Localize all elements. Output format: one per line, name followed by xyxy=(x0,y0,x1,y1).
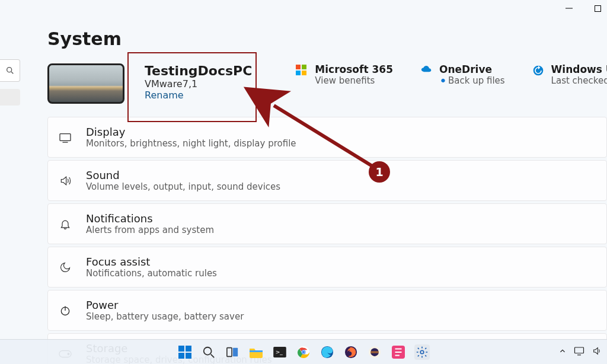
svg-rect-19 xyxy=(227,347,232,356)
setting-title: Power xyxy=(86,299,244,311)
svg-rect-33 xyxy=(370,352,379,353)
shortcut-title: Microsoft 365 xyxy=(315,63,393,75)
minimize-button[interactable] xyxy=(562,1,576,15)
sidebar-chip xyxy=(0,89,20,106)
svg-point-17 xyxy=(204,347,212,355)
svg-line-18 xyxy=(211,354,215,357)
device-preview-image xyxy=(47,63,124,104)
shortcut-title: Windows Update xyxy=(551,63,607,75)
setting-sub: Alerts from apps and system xyxy=(86,225,214,235)
app-button-pink[interactable] xyxy=(391,344,406,360)
taskbar-search-button[interactable] xyxy=(201,344,216,360)
svg-rect-13 xyxy=(178,346,184,352)
terminal-button[interactable]: >_ xyxy=(272,344,287,360)
sound-icon xyxy=(59,175,72,187)
device-model: VMware7,1 xyxy=(145,78,252,90)
shortcut-sub: Last checked: 1 hour ago xyxy=(551,75,607,86)
setting-power[interactable]: PowerSleep, battery usage, battery saver xyxy=(47,290,607,331)
onedrive-icon xyxy=(420,65,432,76)
setting-focus-assist[interactable]: Focus assistNotifications, automatic rul… xyxy=(47,247,607,288)
setting-sub: Volume levels, output, input, sound devi… xyxy=(86,181,280,192)
volume-tray-icon[interactable] xyxy=(592,346,602,358)
svg-point-2 xyxy=(7,68,11,72)
setting-notifications[interactable]: NotificationsAlerts from apps and system xyxy=(47,203,607,244)
svg-point-27 xyxy=(302,350,305,353)
task-view-button[interactable] xyxy=(225,344,240,360)
setting-title: Focus assist xyxy=(86,256,217,268)
taskbar-center: >_ xyxy=(177,344,430,360)
file-explorer-button[interactable] xyxy=(248,344,264,360)
svg-rect-16 xyxy=(186,353,191,359)
firefox-button[interactable] xyxy=(343,344,359,360)
setting-sub: Sleep, battery usage, battery saver xyxy=(86,311,244,322)
shortcut-windows-update[interactable]: Windows Update Last checked: 1 hour ago xyxy=(532,63,607,86)
svg-point-35 xyxy=(420,350,424,354)
taskbar: >_ xyxy=(0,339,607,364)
svg-rect-1 xyxy=(595,5,600,11)
device-info: TestingDocsPC VMware7,1 Rename xyxy=(145,63,252,101)
svg-text:>_: >_ xyxy=(276,349,283,355)
setting-title: Display xyxy=(86,126,296,138)
svg-rect-5 xyxy=(60,133,71,141)
shortcut-onedrive[interactable]: OneDrive •Back up files xyxy=(420,63,505,86)
svg-rect-36 xyxy=(575,347,584,353)
display-tray-icon[interactable] xyxy=(574,346,584,358)
start-button[interactable] xyxy=(177,344,193,360)
setting-display[interactable]: DisplayMonitors, brightness, night light… xyxy=(47,117,607,158)
moon-icon xyxy=(59,261,72,273)
shortcut-title: OneDrive xyxy=(439,63,505,75)
setting-title: Sound xyxy=(86,169,280,181)
system-tray[interactable] xyxy=(558,346,602,358)
chrome-button[interactable] xyxy=(296,344,311,360)
microsoft-logo-icon xyxy=(296,65,308,76)
setting-sub: Notifications, automatic rules xyxy=(86,268,217,279)
maximize-button[interactable] xyxy=(590,1,605,15)
device-name: TestingDocsPC xyxy=(145,63,252,78)
setting-title: Notifications xyxy=(86,212,214,225)
header-shortcuts: Microsoft 365 View benefits OneDrive •Ba… xyxy=(296,63,607,86)
page-content: System TestingDocsPC VMware7,1 Rename Mi… xyxy=(47,28,607,339)
power-icon xyxy=(59,305,72,317)
shortcut-sub: •Back up files xyxy=(439,75,505,86)
svg-rect-15 xyxy=(178,353,184,359)
window-titlebar xyxy=(562,1,605,15)
shortcut-sub: View benefits xyxy=(315,75,393,86)
eclipse-button[interactable] xyxy=(367,344,382,360)
svg-point-31 xyxy=(370,348,379,356)
chevron-up-icon[interactable] xyxy=(558,347,567,357)
search-button[interactable] xyxy=(0,59,20,82)
setting-sound[interactable]: SoundVolume levels, output, input, sound… xyxy=(47,160,607,201)
update-icon xyxy=(532,65,544,76)
setting-sub: Monitors, brightness, night light, displ… xyxy=(86,138,296,149)
search-icon xyxy=(5,66,15,75)
bell-icon xyxy=(59,218,72,231)
svg-rect-14 xyxy=(186,346,191,352)
svg-rect-32 xyxy=(370,351,379,352)
display-icon xyxy=(59,132,72,143)
svg-line-3 xyxy=(11,72,13,74)
page-title: System xyxy=(47,28,607,49)
edge-button[interactable] xyxy=(320,344,335,360)
header-row: TestingDocsPC VMware7,1 Rename Microsoft… xyxy=(47,63,607,104)
settings-button[interactable] xyxy=(414,344,430,360)
svg-rect-21 xyxy=(250,350,263,352)
shortcut-ms365[interactable]: Microsoft 365 View benefits xyxy=(296,63,393,86)
svg-rect-20 xyxy=(233,347,238,356)
rename-link[interactable]: Rename xyxy=(145,90,252,101)
settings-list: DisplayMonitors, brightness, night light… xyxy=(47,117,607,364)
